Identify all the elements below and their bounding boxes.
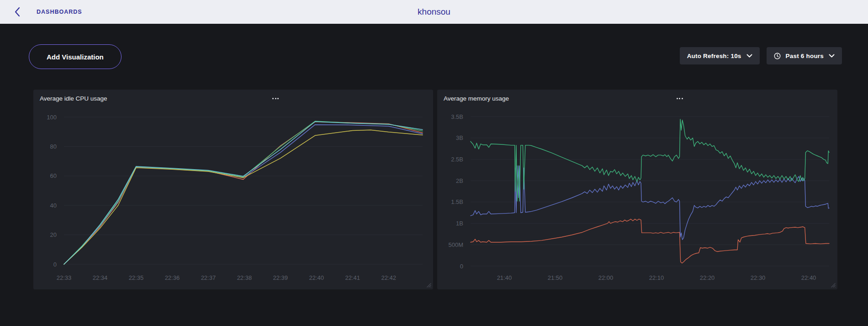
- svg-text:20: 20: [50, 231, 57, 238]
- svg-text:22:33: 22:33: [57, 274, 72, 281]
- memory-usage-chart[interactable]: 3.5B3B2.5B2B1.5B1B500M021:4021:5022:0022…: [437, 90, 837, 289]
- chevron-down-icon: [829, 54, 835, 58]
- svg-text:3B: 3B: [456, 134, 463, 141]
- panel-cpu-usage: Average idle CPU usage 10080604020022:33…: [33, 90, 433, 289]
- svg-text:22:42: 22:42: [381, 274, 397, 281]
- time-range-dropdown[interactable]: Past 6 hours: [767, 47, 842, 64]
- svg-text:0: 0: [53, 261, 57, 268]
- clock-icon: [774, 53, 781, 59]
- add-visualization-button[interactable]: Add Visualization: [29, 44, 122, 69]
- panel-menu-button[interactable]: [270, 93, 281, 103]
- svg-text:1B: 1B: [456, 220, 463, 227]
- svg-text:22:00: 22:00: [598, 274, 614, 281]
- svg-text:22:37: 22:37: [201, 274, 216, 281]
- svg-text:2.5B: 2.5B: [451, 156, 463, 163]
- svg-text:3.5B: 3.5B: [451, 113, 463, 120]
- resize-handle-icon[interactable]: [425, 281, 432, 288]
- panel-title: Average memory usage: [444, 95, 509, 102]
- back-button[interactable]: [11, 5, 24, 18]
- chevron-down-icon: [746, 54, 752, 58]
- svg-text:22:41: 22:41: [345, 274, 360, 281]
- svg-text:100: 100: [47, 114, 57, 121]
- svg-text:22:38: 22:38: [237, 274, 252, 281]
- svg-text:22:20: 22:20: [700, 274, 715, 281]
- svg-text:40: 40: [50, 202, 57, 209]
- svg-text:22:34: 22:34: [93, 274, 108, 281]
- ellipsis-icon: [677, 98, 683, 99]
- breadcrumb-dashboards[interactable]: DASHBOARDS: [37, 0, 82, 24]
- ellipsis-icon: [272, 98, 279, 99]
- app-root: DASHBOARDS khonsou Add Visualization Aut…: [0, 0, 868, 326]
- toolbar-right-group: Auto Refresh: 10s Past 6 hours: [680, 47, 842, 64]
- resize-handle-icon[interactable]: [829, 281, 836, 288]
- svg-text:22:30: 22:30: [751, 274, 766, 281]
- panel-memory-usage: Average memory usage 3.5B3B2.5B2B1.5B1B5…: [437, 90, 837, 289]
- svg-text:22:10: 22:10: [649, 274, 664, 281]
- cpu-usage-chart[interactable]: 10080604020022:3322:3422:3522:3622:3722:…: [33, 90, 433, 289]
- time-range-label: Past 6 hours: [786, 53, 824, 59]
- top-bar: DASHBOARDS khonsou: [0, 0, 868, 24]
- svg-text:22:39: 22:39: [273, 274, 288, 281]
- svg-text:1.5B: 1.5B: [451, 198, 463, 205]
- svg-text:21:50: 21:50: [548, 274, 563, 281]
- svg-text:21:40: 21:40: [497, 274, 512, 281]
- svg-text:22:40: 22:40: [801, 274, 816, 281]
- panel-header: Average idle CPU usage: [33, 90, 433, 108]
- svg-text:500M: 500M: [448, 241, 463, 248]
- svg-text:0: 0: [460, 263, 463, 270]
- svg-text:22:36: 22:36: [165, 274, 180, 281]
- svg-text:22:40: 22:40: [309, 274, 324, 281]
- svg-text:2B: 2B: [456, 177, 463, 184]
- chevron-left-icon: [14, 7, 21, 17]
- auto-refresh-dropdown[interactable]: Auto Refresh: 10s: [680, 47, 760, 64]
- svg-text:22:35: 22:35: [129, 274, 144, 281]
- dashboard-title: khonsou: [418, 0, 450, 24]
- auto-refresh-label: Auto Refresh: 10s: [687, 53, 741, 59]
- svg-text:60: 60: [50, 172, 57, 179]
- svg-text:80: 80: [50, 143, 57, 150]
- panel-menu-button[interactable]: [674, 93, 686, 103]
- panel-header: Average memory usage: [437, 90, 837, 108]
- panel-title: Average idle CPU usage: [40, 95, 107, 102]
